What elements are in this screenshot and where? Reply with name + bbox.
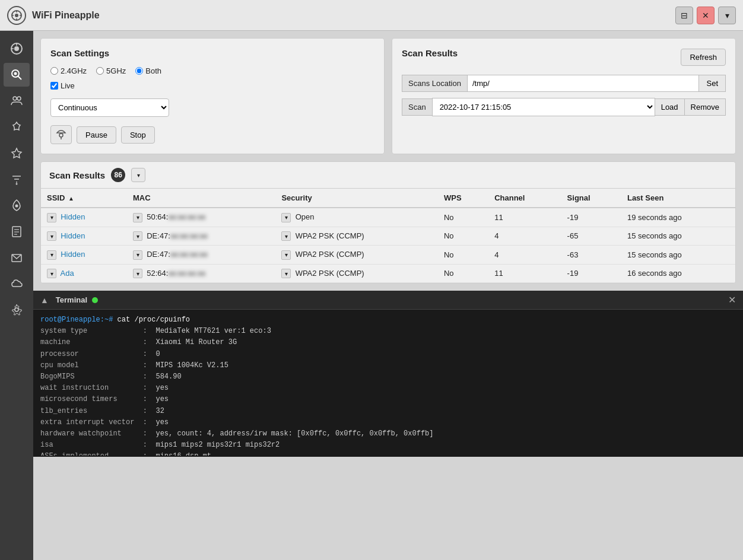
scans-location-label: Scans Location — [402, 75, 467, 92]
row-expand-btn-2[interactable]: ▾ — [47, 250, 56, 260]
live-checkbox[interactable] — [50, 82, 58, 90]
cell-lastseen-0: 19 seconds ago — [621, 208, 735, 227]
terminal-status-dot — [92, 297, 98, 303]
ssid-link-1[interactable]: Hidden — [61, 231, 85, 240]
close-btn[interactable]: ✕ — [697, 7, 715, 24]
cell-channel-1: 4 — [488, 227, 561, 246]
svg-point-14 — [17, 97, 21, 100]
sidebar-item-cloud[interactable] — [4, 272, 30, 295]
terminal-close-btn[interactable]: ✕ — [728, 294, 736, 306]
col-channel[interactable]: Channel — [488, 189, 561, 208]
svg-point-19 — [16, 183, 18, 185]
live-label: Live — [61, 81, 75, 90]
radio-both-input[interactable] — [135, 67, 143, 75]
row-expand-btn-3[interactable]: ▾ — [47, 269, 56, 278]
scan-icon-btn[interactable] — [50, 125, 72, 144]
sidebar-item-filters[interactable] — [4, 167, 30, 191]
svg-point-7 — [14, 46, 19, 51]
terminal-title: Terminal — [56, 295, 87, 304]
ssid-link-3[interactable]: Ada — [61, 269, 74, 278]
cell-security-2: ▾ WPA2 PSK (CCMP) — [275, 246, 438, 265]
pause-button[interactable]: Pause — [77, 126, 116, 144]
load-button[interactable]: Load — [655, 98, 685, 116]
terminal-line: machine : Xiaomi Mi Router 3G — [40, 337, 736, 348]
cell-ssid-3: ▾ Ada — [41, 264, 127, 283]
radio-5ghz[interactable]: 5GHz — [96, 66, 126, 75]
ssid-link-0[interactable]: Hidden — [61, 212, 85, 221]
security-expand-btn-3[interactable]: ▾ — [281, 269, 291, 278]
scan-settings-panel: Scan Settings 2.4GHz 5GHz Both — [40, 38, 385, 154]
mac-expand-btn-3[interactable]: ▾ — [133, 269, 142, 278]
security-expand-btn-1[interactable]: ▾ — [281, 231, 291, 241]
cell-mac-1: ▾ DE:47:xx:xx:xx:xx — [127, 227, 275, 246]
svg-marker-15 — [12, 148, 21, 158]
menu-btn[interactable]: ▾ — [718, 7, 736, 24]
terminal-line: microsecond timers : yes — [40, 394, 736, 405]
sidebar-item-clients[interactable] — [4, 89, 30, 113]
sidebar-item-dashboard[interactable] — [4, 37, 30, 61]
table-row: ▾ Hidden ▾ DE:47:xx:xx:xx:xx ▾ WPA2 PSK … — [41, 227, 735, 246]
table-row: ▾ Hidden ▾ 50:64:xx:xx:xx:xx ▾ Open No 1… — [41, 208, 735, 227]
row-expand-btn-1[interactable]: ▾ — [47, 231, 56, 241]
live-checkbox-label[interactable]: Live — [50, 81, 374, 90]
mac-blurred-0: xx:xx:xx:xx — [168, 212, 205, 221]
cell-channel-2: 4 — [488, 246, 561, 265]
cell-security-0: ▾ Open — [275, 208, 438, 227]
mac-blurred-2: xx:xx:xx:xx — [170, 250, 208, 259]
scan-settings-title: Scan Settings — [50, 48, 374, 58]
stop-button[interactable]: Stop — [121, 126, 155, 144]
sidebar-item-pineap[interactable] — [4, 193, 30, 217]
col-security[interactable]: Security — [275, 189, 438, 208]
terminal-body[interactable]: root@Pineapple:~# cat /proc/cpuinfosyste… — [33, 310, 743, 456]
radio-5ghz-input[interactable] — [96, 67, 104, 75]
results-count-badge: 86 — [111, 168, 125, 182]
terminal-line: hardware watchpoint : yes, count: 4, add… — [40, 428, 736, 440]
mac-expand-btn-0[interactable]: ▾ — [133, 213, 142, 222]
terminal-toggle-btn[interactable]: ⊟ — [675, 7, 693, 24]
cell-mac-0: ▾ 50:64:xx:xx:xx:xx — [127, 208, 275, 227]
scans-location-input[interactable] — [467, 75, 700, 92]
mac-expand-btn-1[interactable]: ▾ — [133, 231, 142, 241]
sidebar-item-favorites[interactable] — [4, 141, 30, 165]
terminal-line: system type : MediaTek MT7621 ver:1 eco:… — [40, 326, 736, 337]
title-bar: WiFi Pineapple ⊟ ✕ ▾ — [0, 0, 743, 31]
cell-wps-0: No — [438, 208, 488, 227]
col-signal[interactable]: Signal — [561, 189, 621, 208]
cell-wps-2: No — [438, 246, 488, 265]
results-table-title: Scan Results — [49, 170, 105, 180]
radio-2ghz-input[interactable] — [50, 67, 58, 75]
row-expand-btn-0[interactable]: ▾ — [47, 213, 56, 222]
refresh-button[interactable]: Refresh — [681, 49, 726, 66]
svg-line-12 — [18, 77, 22, 80]
mac-expand-btn-2[interactable]: ▾ — [133, 250, 142, 260]
radio-2ghz[interactable]: 2.4GHz — [50, 66, 87, 75]
scan-results-table-panel: Scan Results 86 ▾ SSID ▲ MAC — [40, 161, 736, 284]
remove-button[interactable]: Remove — [685, 98, 726, 116]
sidebar-item-modules[interactable] — [4, 115, 30, 139]
col-mac[interactable]: MAC — [127, 189, 275, 208]
col-lastseen[interactable]: Last Seen — [621, 189, 735, 208]
svg-point-13 — [13, 97, 17, 100]
col-wps[interactable]: WPS — [438, 189, 488, 208]
svg-point-20 — [15, 205, 18, 208]
scans-location-row: Scans Location Set — [402, 75, 726, 92]
terminal-line: root@Pineapple:~# cat /proc/cpuinfo — [40, 314, 736, 326]
terminal-panel: ▲ Terminal ✕ root@Pineapple:~# cat /proc… — [33, 291, 743, 457]
cell-channel-0: 11 — [488, 208, 561, 227]
set-button[interactable]: Set — [699, 75, 726, 92]
scan-results-settings-title: Scan Results — [402, 48, 458, 58]
sidebar-item-logging[interactable] — [4, 219, 30, 243]
scan-select[interactable]: 2022-10-17 21:15:05 — [432, 98, 655, 116]
col-ssid[interactable]: SSID ▲ — [41, 189, 127, 208]
security-expand-btn-2[interactable]: ▾ — [281, 250, 291, 260]
radio-both[interactable]: Both — [135, 66, 161, 75]
security-expand-btn-0[interactable]: ▾ — [281, 213, 291, 222]
sidebar-item-recon[interactable] — [4, 63, 30, 87]
results-dropdown-btn[interactable]: ▾ — [131, 168, 145, 182]
sidebar-item-email[interactable] — [4, 246, 30, 269]
ssid-link-2[interactable]: Hidden — [61, 250, 85, 259]
sidebar-item-settings[interactable] — [4, 298, 30, 322]
scan-mode-select[interactable]: Continuous Single — [50, 98, 169, 117]
svg-point-27 — [59, 133, 63, 137]
scan-label: Scan — [402, 98, 432, 116]
